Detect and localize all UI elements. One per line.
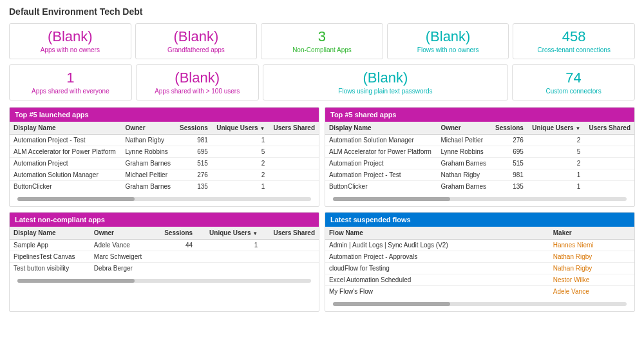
table-row[interactable]: My Flow's Flow Adele Vance bbox=[325, 286, 634, 298]
non-compliant-header: Latest non-compliant apps bbox=[10, 213, 319, 227]
suspended-flows-header-row: Flow Name Maker bbox=[325, 227, 634, 240]
top-launched-table: Display Name Owner Sessions Unique Users… bbox=[10, 122, 319, 192]
cell-name: Automation Project bbox=[10, 158, 121, 169]
th-unique-users-shared[interactable]: Unique Users ▼ bbox=[527, 122, 584, 135]
suspended-flows-section: Latest suspended flows Flow Name Maker A… bbox=[325, 212, 635, 312]
table-row[interactable]: Automation Project - Test Nathan Rigby 9… bbox=[325, 169, 634, 181]
table-row[interactable]: Automation Project - Test Nathan Rigby 9… bbox=[10, 135, 319, 146]
page-container: Default Environment Tech Debt (Blank) Ap… bbox=[0, 0, 644, 362]
card-label-apps-no-owners: Apps with no owners bbox=[41, 46, 100, 53]
top-launched-header-row: Display Name Owner Sessions Unique Users… bbox=[10, 122, 319, 135]
table-row[interactable]: Automation Project - Approvals Nathan Ri… bbox=[325, 251, 634, 263]
th-owner-nc[interactable]: Owner bbox=[90, 227, 155, 240]
cell-maker: Adele Vance bbox=[549, 286, 634, 298]
card-flows-no-owners[interactable]: (Blank) Flows with no owners bbox=[387, 23, 509, 59]
th-owner[interactable]: Owner bbox=[121, 122, 175, 135]
th-unique-users-nc[interactable]: Unique Users ▼ bbox=[196, 227, 261, 240]
table-row[interactable]: Sample App Adele Vance 44 1 bbox=[10, 240, 319, 251]
scrollbar-thumb-3[interactable] bbox=[17, 279, 135, 283]
scrollbar-thumb-2[interactable] bbox=[333, 197, 450, 201]
card-label-shared-everyone: Apps shared with everyone bbox=[32, 88, 109, 95]
table-row[interactable]: Automation Solution Manager Michael Pelt… bbox=[10, 169, 319, 181]
table-row[interactable]: ButtonClicker Graham Barnes 135 1 bbox=[10, 181, 319, 193]
scrollbar-placeholder-2 bbox=[333, 197, 627, 201]
th-unique-users[interactable]: Unique Users ▼ bbox=[212, 122, 269, 135]
scrollbar-placeholder bbox=[17, 197, 311, 201]
th-sessions[interactable]: Sessions bbox=[175, 122, 212, 135]
cell-owner: Nathan Rigby bbox=[437, 169, 491, 181]
card-shared-everyone[interactable]: 1 Apps shared with everyone bbox=[9, 64, 132, 100]
table-row[interactable]: ButtonClicker Graham Barnes 135 1 bbox=[325, 181, 634, 193]
cell-unique-users: 2 bbox=[527, 135, 584, 146]
top-shared-apps-section: Top #5 shared apps Display Name Owner Se… bbox=[325, 107, 635, 207]
scrollbar-placeholder-4 bbox=[333, 302, 627, 306]
cell-unique-users: 1 bbox=[196, 240, 261, 251]
th-flow-name[interactable]: Flow Name bbox=[325, 227, 549, 240]
suspended-flows-header: Latest suspended flows bbox=[325, 213, 634, 227]
card-grandfathered-apps[interactable]: (Blank) Grandfathered apps bbox=[135, 23, 258, 59]
card-shared-100users[interactable]: (Blank) Apps shared with > 100 users bbox=[136, 64, 259, 100]
cell-name: ALM Accelerator for Power Platform bbox=[10, 146, 121, 158]
scrollbar-thumb-4[interactable] bbox=[333, 302, 450, 306]
card-non-compliant-apps[interactable]: 3 Non-Compliant Apps bbox=[261, 23, 383, 59]
card-custom-connectors[interactable]: 74 Custom connectors bbox=[512, 64, 635, 100]
cell-name: Sample App bbox=[10, 240, 90, 251]
cell-owner: Graham Barnes bbox=[121, 181, 175, 193]
th-users-shared-nc[interactable]: Users Shared bbox=[261, 227, 319, 240]
table-row[interactable]: Excel Automation Scheduled Nestor Wilke bbox=[325, 274, 634, 286]
cell-unique-users: 1 bbox=[527, 169, 584, 181]
cell-owner: Lynne Robbins bbox=[437, 146, 491, 158]
cell-name: ButtonClicker bbox=[325, 181, 437, 193]
th-sessions-nc[interactable]: Sessions bbox=[155, 227, 196, 240]
cell-unique-users: 2 bbox=[212, 169, 269, 181]
cell-flow-name: Admin | Audit Logs | Sync Audit Logs (V2… bbox=[325, 240, 549, 251]
table-row[interactable]: ALM Accelerator for Power Platform Lynne… bbox=[10, 146, 319, 158]
th-sessions-shared[interactable]: Sessions bbox=[491, 122, 527, 135]
th-users-shared-col[interactable]: Users Shared bbox=[584, 122, 634, 135]
th-display-name-nc[interactable]: Display Name bbox=[10, 227, 90, 240]
cell-unique-users: 2 bbox=[212, 158, 269, 169]
card-value-shared-100: (Blank) bbox=[175, 70, 220, 86]
card-value-flows-no-owners: (Blank) bbox=[426, 29, 471, 44]
cell-unique-users: 1 bbox=[527, 181, 584, 193]
card-label-custom-connectors: Custom connectors bbox=[546, 88, 601, 95]
table-row[interactable]: Automation Solution Manager Michael Pelt… bbox=[325, 135, 634, 146]
cell-unique-users: 2 bbox=[527, 158, 584, 169]
cards-row1: (Blank) Apps with no owners (Blank) Gran… bbox=[9, 23, 635, 59]
th-display-name-shared[interactable]: Display Name bbox=[325, 122, 437, 135]
non-compliant-table: Display Name Owner Sessions Unique Users… bbox=[10, 227, 319, 274]
cell-users-shared bbox=[584, 135, 634, 146]
th-owner-shared[interactable]: Owner bbox=[437, 122, 491, 135]
cell-users-shared bbox=[584, 169, 634, 181]
top-shared-footer bbox=[325, 192, 634, 206]
scrollbar-thumb[interactable] bbox=[17, 197, 135, 201]
table-row[interactable]: PipelinesTest Canvas Marc Schweigert bbox=[10, 251, 319, 263]
suspended-flows-footer bbox=[325, 297, 634, 311]
card-label-grandfathered: Grandfathered apps bbox=[167, 46, 225, 53]
cell-sessions: 981 bbox=[175, 135, 212, 146]
table-row[interactable]: Admin | Audit Logs | Sync Audit Logs (V2… bbox=[325, 240, 634, 251]
card-cross-tenant[interactable]: 458 Cross-tenant connections bbox=[513, 23, 635, 59]
card-flows-plain-text[interactable]: (Blank) Flows using plain text passwords bbox=[263, 64, 509, 100]
cell-users-shared bbox=[584, 146, 634, 158]
th-display-name[interactable]: Display Name bbox=[10, 122, 121, 135]
cell-users-shared bbox=[584, 158, 634, 169]
table-row[interactable]: Test button visibility Debra Berger bbox=[10, 263, 319, 274]
cell-owner: Graham Barnes bbox=[437, 158, 491, 169]
cell-users-shared bbox=[261, 263, 319, 274]
non-compliant-section: Latest non-compliant apps Display Name O… bbox=[9, 212, 319, 312]
cell-owner: Marc Schweigert bbox=[90, 251, 155, 263]
th-users-shared[interactable]: Users Shared bbox=[269, 122, 319, 135]
cell-name: Automation Project bbox=[325, 158, 437, 169]
table-row[interactable]: cloudFlow for Testing Nathan Rigby bbox=[325, 263, 634, 274]
card-apps-no-owners[interactable]: (Blank) Apps with no owners bbox=[9, 23, 131, 59]
cell-sessions: 515 bbox=[491, 158, 527, 169]
cell-flow-name: Automation Project - Approvals bbox=[325, 251, 549, 263]
card-value-custom-connectors: 74 bbox=[565, 70, 581, 86]
cell-owner: Debra Berger bbox=[90, 263, 155, 274]
cell-sessions bbox=[155, 263, 196, 274]
table-row[interactable]: Automation Project Graham Barnes 515 2 bbox=[325, 158, 634, 169]
table-row[interactable]: ALM Accelerator for Power Platform Lynne… bbox=[325, 146, 634, 158]
th-maker[interactable]: Maker bbox=[549, 227, 634, 240]
table-row[interactable]: Automation Project Graham Barnes 515 2 bbox=[10, 158, 319, 169]
